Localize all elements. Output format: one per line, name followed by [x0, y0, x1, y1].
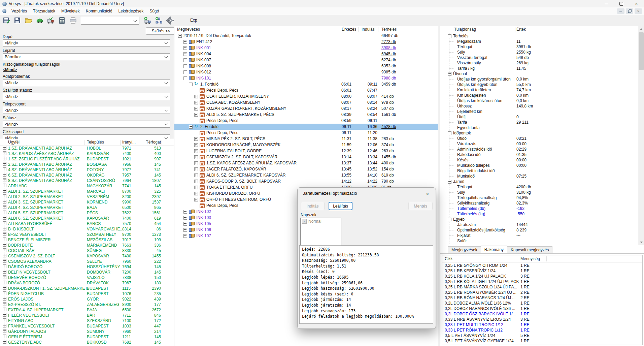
expand-icon[interactable] — [3, 291, 6, 295]
load-value[interactable]: 1561 db — [381, 112, 396, 117]
expand-icon[interactable] — [3, 281, 6, 284]
tree-expander-icon[interactable] — [194, 186, 198, 189]
customer-row[interactable]: 2.SZ. DRÁVAMENTI ABC ÁRUHÁZ BOGDÁSA 7966… — [0, 162, 174, 167]
expand-icon[interactable] — [3, 178, 6, 182]
mdi-close-button[interactable]: × — [635, 8, 642, 14]
property-row[interactable]: Térfogat 3981 db — [440, 44, 638, 50]
tree-expander-icon[interactable] — [183, 64, 187, 68]
column-header-ertek[interactable]: Érték — [516, 27, 526, 32]
tree-expander-icon[interactable] — [183, 228, 187, 232]
customer-row[interactable]: ALDI 1. SZ. SZUPERMARKET MARCALI 8700 32… — [0, 189, 174, 194]
add-vehicle-icon[interactable] — [143, 16, 152, 25]
property-row[interactable]: Térfogatkihasználtság 94,8% — [440, 195, 638, 200]
load-value[interactable]: 9385 db — [381, 70, 396, 74]
tree-row[interactable]: Pécsi Depó, Pécs 06:01 07:47 — [174, 87, 438, 93]
load-value[interactable]: 4528 db — [381, 124, 396, 129]
tree-expander-icon[interactable] — [194, 192, 198, 195]
expand-icon[interactable] — [3, 157, 6, 160]
tree-row[interactable]: OLÁH ELEMÉR, KOZÁRMISLENY 08:00 08:07 41… — [174, 93, 438, 99]
tab[interactable]: Megjegyzések — [448, 246, 481, 253]
expand-icon[interactable] — [3, 184, 6, 187]
scrollbar-thumb[interactable] — [639, 32, 644, 70]
tree-row[interactable]: 1.SZ. KAPOS ÁFÉSZ ABC ÁRUHÁZ, KAPOSVÁR 1… — [174, 160, 438, 166]
tree-expander-icon[interactable] — [194, 143, 198, 147]
menu-item[interactable]: Kommunikáció — [83, 7, 115, 15]
filter-combobox[interactable]: <Mind> — [3, 93, 170, 100]
mdi-minimize-button[interactable] — [617, 8, 624, 14]
menu-item[interactable]: Törzsadatok — [30, 7, 58, 15]
truck-check-icon[interactable] — [46, 16, 55, 25]
property-row[interactable]: Útvonal — [440, 71, 638, 76]
tree-expander-icon[interactable] — [194, 155, 198, 159]
cargo-row[interactable]: 0,25 L RB KESERŰVÍZ 1/24 1 RE — [442, 268, 642, 274]
property-row[interactable]: Visszáru súly 269 kg — [440, 60, 638, 66]
column-header-iranyitoszam[interactable]: Irányí... — [122, 140, 136, 145]
load-value[interactable]: 507 db — [381, 106, 394, 111]
filter-toggle-button[interactable]: Szűrés << — [146, 27, 176, 35]
customer-row[interactable]: 8.SZ. DRÁVAMENTI ABC ÁRUHÁZ CSÁNYOSZRÓ 7… — [0, 178, 174, 183]
collapse-icon[interactable] — [448, 72, 451, 76]
tree-row[interactable]: ALDI 6. SZ. SZUPERMARKET, KAPOSVÁR 13:55… — [174, 172, 438, 178]
tree-row[interactable]: INK-004 6945 db — [174, 51, 438, 57]
close-button[interactable]: × — [629, 0, 644, 7]
expand-icon[interactable] — [3, 313, 6, 317]
property-row[interactable]: Várakozás 00:00 — [440, 141, 638, 147]
load-value[interactable]: 619 db — [381, 173, 394, 178]
property-row[interactable]: Rögzített indulási idő — [440, 168, 638, 174]
load-value[interactable]: 2773 db — [381, 39, 396, 44]
expand-icon[interactable] — [3, 275, 6, 279]
cargo-row[interactable]: 0,25 L RB RÓNA NARANCS 1/24 ÚJ ... 2 RE — [442, 295, 642, 301]
column-header-telepules[interactable]: Település — [87, 140, 104, 145]
customer-row[interactable]: 4.SZ. DRÁVAMENTI ABC ÁRUHÁZ POTONY 7977 … — [0, 167, 174, 172]
column-header-cikk[interactable]: Cikk — [445, 256, 452, 261]
optimization-log[interactable]: Lépés: 22686Optimalizációs költség: 2212… — [299, 245, 433, 324]
expand-icon[interactable] — [3, 259, 6, 263]
filter-combobox[interactable]: <Mind> — [3, 79, 170, 86]
collapse-icon[interactable] — [448, 131, 451, 135]
cargo-row[interactable]: 0,25 L RB KÓLA 1/24 ÚJ PALACK 3 RE — [442, 274, 642, 279]
customer-row[interactable]: CSOMÓS ALEXANDRA SELLYE 7960 222 — [0, 259, 174, 264]
scroll-down-icon[interactable] — [638, 240, 644, 245]
tree-expander-icon[interactable] — [183, 234, 187, 238]
tree-row[interactable]: 2019.11.19, Dél-Dunántúl, Tervjáratok 66… — [174, 33, 438, 39]
property-row[interactable]: Egyéb — [440, 217, 638, 222]
save-export-icon[interactable] — [2, 16, 11, 25]
expand-icon[interactable] — [3, 270, 6, 274]
column-header-erkezes[interactable]: Érkezés — [342, 27, 356, 32]
column-header-mennyiseg[interactable]: Mennyiség — [520, 256, 540, 261]
filter-combobox[interactable]: Bármikor — [3, 53, 170, 60]
collapse-icon[interactable] — [448, 34, 451, 38]
customer-row[interactable]: DELFIN VEGYESBOLT DOMBÓVÁR 7200 145 — [0, 270, 174, 275]
customer-row[interactable]: 1.SZ. KAPOS ÁFÉSZ ABC ÁRUHÁZ KAPOSVÁR 74… — [0, 151, 174, 156]
tree-row[interactable]: KONDOROSI IGNÁCNÉ, MAGYARSZÉK 11:59 12:0… — [174, 142, 438, 148]
tree-expander-icon[interactable] — [194, 149, 198, 153]
expand-icon[interactable] — [3, 318, 6, 322]
menu-item[interactable]: Műveletek — [58, 7, 83, 15]
column-header-tulajdonsag[interactable]: Tulajdonság — [454, 27, 476, 32]
load-value[interactable]: 263 db — [381, 149, 394, 153]
property-row[interactable]: Terhelés — [440, 33, 638, 39]
tree-row[interactable]: Pécsi Depó, Pécs 08:59 09:11 — [174, 118, 438, 124]
column-header-terfogat[interactable]: Térfogat — [145, 140, 161, 145]
cargo-row[interactable]: 0,25 L RB KÓLA LIGHT 1/24 ÚJ PALACK 1 RE — [442, 279, 642, 284]
tree-expander-icon[interactable] — [194, 95, 198, 98]
expand-icon[interactable] — [3, 238, 6, 241]
tab[interactable]: Rakomány — [481, 246, 507, 253]
cargo-row[interactable]: 0,33 L NRB ÁSVÁNYVÍZ ERŐS 1/24 3 RE — [442, 317, 642, 322]
tree-row[interactable]: KOZÁR GASZTRO-KERT, KOZÁRMISLENY 08:17 0… — [174, 105, 438, 112]
property-row[interactable]: Időpontok — [440, 130, 638, 136]
tree-expander-icon[interactable] — [178, 34, 182, 38]
tree-expander-icon[interactable] — [183, 222, 187, 226]
property-row[interactable]: Útidő 03:21 — [440, 136, 638, 141]
tree-row[interactable]: 2. Forduló 09:11 16:36 4528 db — [174, 124, 438, 130]
property-row[interactable]: Optimalizációs járatköltség 8 239 — [440, 227, 638, 233]
cargo-row[interactable]: 0,2L DOBOZ ŐSZIBARACK IVÓLÉ 1/... 1 RE — [442, 311, 642, 317]
tree-row[interactable]: INK-007 6274 db — [174, 57, 438, 63]
expand-icon[interactable] — [3, 243, 6, 247]
save-result-button[interactable]: Mentés — [408, 202, 433, 210]
customer-row[interactable]: ALDI 2. SZ. SZUPERMARKET VESZPRÉM 8200 2… — [0, 194, 174, 199]
property-row[interactable]: Munkaidő túllépés 00:00 — [440, 163, 638, 168]
customer-row[interactable]: BODRI BÜFÉ MÁRIAKÉMÉND 7663 336 — [0, 243, 174, 248]
load-value[interactable]: 66497 db — [381, 33, 398, 38]
property-row[interactable]: Rakodási idő 01:35 — [440, 152, 638, 157]
